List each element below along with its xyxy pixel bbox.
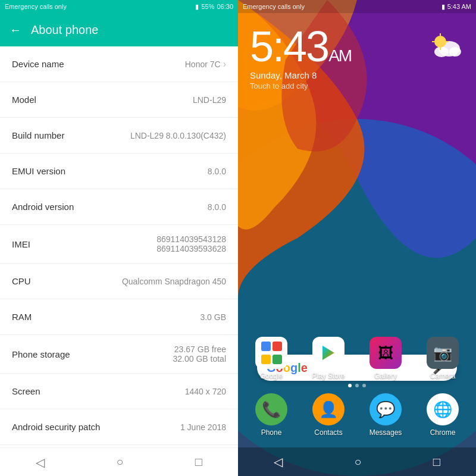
phone-icon-box: 📞 [255, 393, 287, 425]
dot-1 [348, 384, 352, 387]
status-bar-right: Emergency calls only ▮ 5:43 AM [238, 0, 476, 13]
settings-label: Model [12, 95, 36, 105]
google-label: Google [260, 372, 283, 380]
app-icon-playstore[interactable]: Play Store [306, 337, 351, 380]
messages-label: Messages [369, 428, 402, 437]
clock-date: Sunday, March 8 [250, 70, 351, 80]
settings-value: 8.0.0 [208, 202, 226, 212]
add-city-text[interactable]: Touch to add city [250, 82, 351, 90]
app-row-1: GooglePlay Store🖼Gallery📷Camera [243, 333, 471, 384]
time-digits: 5:43 [250, 23, 328, 70]
svg-point-4 [449, 47, 461, 57]
dot-2 [355, 384, 359, 387]
status-bar-left: Emergency calls only ▮ 55% 06:30 [0, 0, 238, 13]
app-icons-area: GooglePlay Store🖼Gallery📷Camera 📞Phone👤C… [238, 333, 476, 440]
settings-item[interactable]: IMEI869114039543128 869114039593628 [0, 225, 238, 264]
settings-label: Android security patch [12, 422, 100, 432]
settings-label: Screen [12, 386, 40, 396]
contacts-icon-box: 👤 [312, 393, 345, 425]
recents-nav-right[interactable]: □ [433, 455, 440, 469]
settings-item[interactable]: ModelLND-L29 [0, 82, 238, 118]
clock-left-status: 06:30 [217, 3, 233, 10]
app-icon-messages[interactable]: 💬Messages [363, 393, 408, 437]
settings-label: Android version [12, 202, 74, 212]
dots-row [243, 384, 471, 387]
playstore-icon-box [312, 337, 345, 369]
home-nav-right[interactable]: ○ [354, 455, 361, 469]
settings-value: Qualcomm Snapdragon 450 [122, 277, 226, 286]
back-nav-right[interactable]: ◁ [274, 455, 283, 469]
settings-item[interactable]: CPUQualcomm Snapdragon 450 [0, 264, 238, 299]
am-pm: AM [328, 46, 351, 65]
app-icon-camera[interactable]: 📷Camera [420, 337, 465, 380]
settings-item[interactable]: Android version8.0.0 [0, 189, 238, 225]
settings-label: RAM [12, 312, 32, 322]
svg-point-3 [434, 46, 449, 57]
app-row-2: 📞Phone👤Contacts💬Messages🌐Chrome [243, 390, 471, 440]
back-button[interactable]: ← [10, 23, 21, 37]
emergency-text-left: Emergency calls only [5, 3, 67, 10]
settings-label: Build number [12, 130, 64, 140]
nav-bar-right: ◁ ○ □ [238, 447, 476, 476]
recents-nav-left[interactable]: □ [195, 455, 202, 469]
weather-icon [428, 31, 464, 61]
back-nav-left[interactable]: ◁ [36, 455, 45, 469]
left-panel: Emergency calls only ▮ 55% 06:30 ← About… [0, 0, 238, 476]
app-icon-chrome[interactable]: 🌐Chrome [420, 393, 465, 437]
settings-value: 8.0.0 [208, 167, 226, 176]
time-right: 5:43 AM [447, 3, 471, 10]
settings-label: CPU [12, 276, 31, 286]
contacts-label: Contacts [314, 428, 342, 437]
settings-label: Phone storage [12, 349, 70, 359]
messages-icon-box: 💬 [369, 393, 402, 425]
settings-value: 3.0 GB [200, 312, 226, 322]
playstore-label: Play Store [312, 372, 345, 380]
settings-item[interactable]: Screen1440 x 720 [0, 374, 238, 409]
settings-value: 869114039543128 869114039593628 [156, 234, 226, 253]
settings-item[interactable]: EMUI version8.0.0 [0, 154, 238, 189]
dot-3 [362, 384, 366, 387]
settings-value-arrow: Honor 7C› [185, 59, 226, 70]
phone-label: Phone [261, 428, 282, 437]
page-title: About phone [31, 23, 98, 37]
settings-label: EMUI version [12, 166, 65, 176]
home-nav-left[interactable]: ○ [116, 455, 123, 469]
settings-item[interactable]: Device nameHonor 7C› [0, 46, 238, 82]
battery-icon: ▮ [195, 3, 199, 11]
status-icons-right: ▮ 5:43 AM [441, 3, 471, 11]
settings-label: IMEI [12, 239, 30, 249]
settings-label: Device name [12, 59, 64, 69]
app-icon-phone[interactable]: 📞Phone [249, 393, 294, 437]
nav-bar-left: ◁ ○ □ [0, 447, 238, 476]
chrome-icon-box: 🌐 [427, 393, 459, 425]
clock-time: 5:43AM [250, 25, 351, 68]
settings-item[interactable]: RAM3.0 GB [0, 299, 238, 335]
app-icon-gallery[interactable]: 🖼Gallery [363, 337, 408, 380]
settings-item[interactable]: Android security patch1 June 2018 [0, 409, 238, 445]
svg-marker-10 [322, 346, 334, 360]
right-panel: Emergency calls only ▮ 5:43 AM 5:43AM Su… [238, 0, 476, 476]
phone-content: 5:43AM Sunday, March 8 Touch to add city [238, 0, 476, 476]
emergency-text-right: Emergency calls only [243, 3, 305, 10]
camera-label: Camera [430, 372, 456, 380]
settings-item[interactable]: Phone storage23.67 GB free 32.00 GB tota… [0, 335, 238, 374]
settings-list: Device nameHonor 7C›ModelLND-L29Build nu… [0, 46, 238, 447]
settings-value: LND-L29 [193, 95, 226, 105]
gallery-label: Gallery [374, 372, 397, 380]
chrome-label: Chrome [430, 428, 456, 437]
battery-icon-right: ▮ [441, 3, 445, 11]
settings-value: LND-L29 8.0.0.130(C432) [130, 131, 226, 140]
clock-area: 5:43AM Sunday, March 8 Touch to add city [238, 13, 476, 96]
settings-item[interactable]: Build numberLND-L29 8.0.0.130(C432) [0, 118, 238, 154]
google-icon-box [255, 337, 287, 369]
toolbar: ← About phone [0, 13, 238, 46]
app-icon-contacts[interactable]: 👤Contacts [306, 393, 351, 437]
clock-left: 5:43AM Sunday, March 8 Touch to add city [250, 25, 351, 90]
gallery-icon-box: 🖼 [369, 337, 402, 369]
status-icons-left: ▮ 55% 06:30 [195, 3, 233, 11]
settings-value: 23.67 GB free 32.00 GB total [173, 345, 226, 364]
app-icon-google[interactable]: Google [249, 337, 294, 380]
settings-value: 1 June 2018 [180, 422, 226, 432]
svg-point-5 [434, 36, 446, 48]
settings-value: 1440 x 720 [185, 387, 226, 396]
